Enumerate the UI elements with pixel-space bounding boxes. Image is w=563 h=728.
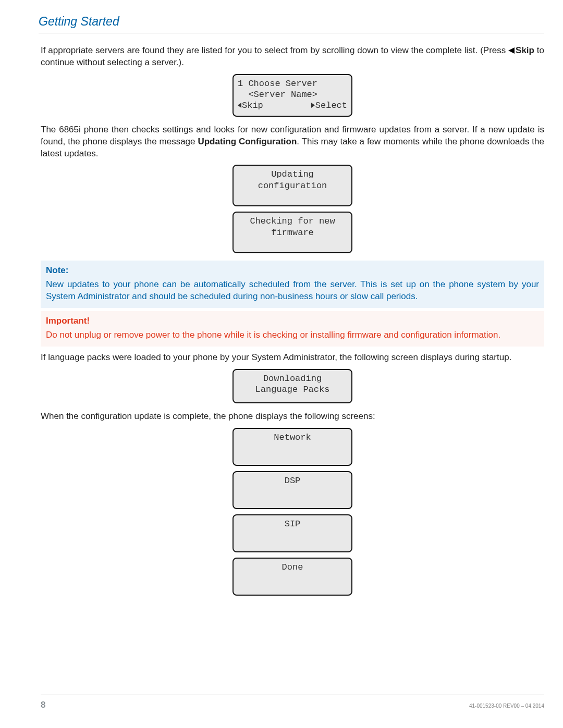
important-title: Important! [46, 315, 539, 327]
triangle-left-small-icon [238, 103, 241, 108]
note-title: Note: [46, 265, 539, 277]
intro-text-a: If appropriate servers are found they ar… [41, 45, 508, 55]
lcd6-line1: DSP [238, 475, 347, 486]
document-id: 41-001523-00 REV00 – 04.2014 [469, 702, 544, 710]
lcd-dsp: DSP [232, 471, 352, 509]
lcd-updating-config: Updating configuration [232, 165, 352, 206]
lcd4-line1: Downloading [238, 373, 347, 384]
paragraph-updating: The 6865i phone then checks settings and… [41, 124, 544, 160]
lcd1-line1: 1 Choose Server [238, 78, 347, 89]
lcd2-line2: configuration [238, 180, 347, 191]
page-number: 8 [41, 699, 45, 711]
lcd-network: Network [232, 428, 352, 466]
paragraph-language-packs: If language packs were loaded to your ph… [41, 352, 544, 364]
intro-bold-skip: Skip [516, 45, 534, 55]
lcd5-line1: Network [238, 432, 347, 443]
triangle-left-icon [508, 47, 515, 54]
lcd8-line1: Done [238, 562, 347, 573]
para2-bold: Updating Configuration [198, 137, 297, 146]
lcd3-line1: Checking for new [238, 216, 347, 227]
lcd1-softkey-right: Select [311, 100, 347, 111]
lcd1-left-label: Skip [242, 101, 263, 110]
lcd3-line2: firmware [238, 227, 347, 238]
lcd-sip: SIP [232, 514, 352, 552]
paragraph-config-complete: When the configuration update is complet… [41, 411, 544, 423]
page-footer: 8 41-001523-00 REV00 – 04.2014 [41, 695, 544, 711]
lcd-done: Done [232, 558, 352, 596]
page-title: Getting Started [39, 14, 544, 33]
triangle-right-small-icon [311, 103, 315, 108]
note-body: New updates to your phone can be automat… [46, 279, 539, 303]
lcd1-softkey-left: Skip [238, 100, 263, 111]
important-body: Do not unplug or remove power to the pho… [46, 329, 539, 341]
intro-paragraph: If appropriate servers are found they ar… [41, 45, 544, 69]
lcd-choose-server: 1 Choose Server <Server Name> Skip Selec… [232, 74, 352, 117]
note-callout: Note: New updates to your phone can be a… [41, 261, 544, 308]
lcd1-right-label: Select [315, 101, 347, 110]
lcd-checking-firmware: Checking for new firmware [232, 212, 352, 253]
lcd1-line2: <Server Name> [238, 89, 347, 100]
lcd-downloading-lang: Downloading Language Packs [232, 369, 352, 403]
important-callout: Important! Do not unplug or remove power… [41, 311, 544, 347]
lcd2-line1: Updating [238, 169, 347, 180]
lcd4-line2: Language Packs [238, 384, 347, 395]
lcd7-line1: SIP [238, 519, 347, 529]
